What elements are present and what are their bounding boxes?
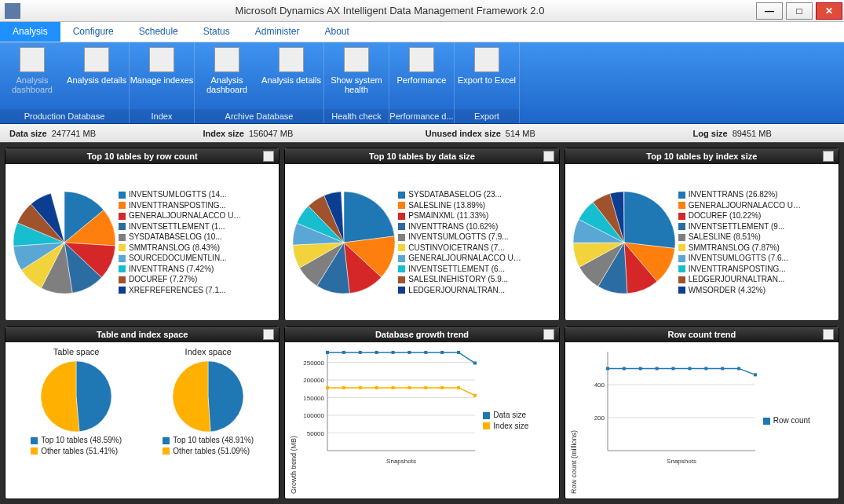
legend-item: SYSDATABASELOG (10... xyxy=(119,232,244,243)
panel-title: Top 10 tables by index size xyxy=(646,152,757,161)
legend-swatch xyxy=(483,412,490,419)
panel-db-growth: Database growth trend Growth trend (MB)5… xyxy=(284,326,559,499)
legend-item: INVENTTRANS (10.62%) xyxy=(398,221,524,232)
legend-swatch xyxy=(163,447,170,455)
legend-item: XREFREFERENCES (7.1... xyxy=(119,285,244,296)
panel-toggle[interactable] xyxy=(543,151,554,162)
legend-item: SMMTRANSLOG (8.43%) xyxy=(119,243,244,254)
menu-schedule[interactable]: Schedule xyxy=(126,22,191,42)
ribbon-label: Show system health xyxy=(324,75,389,94)
svg-rect-40 xyxy=(623,367,626,370)
panel-title: Table and index space xyxy=(97,330,188,339)
log-size-label: Log size xyxy=(693,129,728,138)
close-button[interactable]: ✕ xyxy=(816,2,842,20)
legend-swatch xyxy=(119,223,126,230)
menu-administer[interactable]: Administer xyxy=(243,22,312,42)
panel-title: Row count trend xyxy=(667,330,736,339)
legend-item: LEDGERJOURNALTRAN... xyxy=(678,274,804,285)
panel-toggle[interactable] xyxy=(543,329,554,340)
data-size-label: Data size xyxy=(9,129,47,138)
maximize-button[interactable]: □ xyxy=(786,2,813,20)
ribbon-analysis-dashboard[interactable]: Analysis dashboard xyxy=(195,42,259,109)
ribbon-performance[interactable]: Performance xyxy=(389,42,454,109)
ribbon-icon xyxy=(279,47,304,72)
chart-legend: Row count xyxy=(763,415,810,426)
panel-title: Top 10 tables by row count xyxy=(87,152,198,161)
legend-item: Index size xyxy=(483,421,528,432)
panel-top10-datasize: Top 10 tables by data size SYSDATABASELO… xyxy=(284,148,559,321)
ribbon-icon xyxy=(84,47,109,72)
legend-item: WMSORDER (4.32%) xyxy=(678,285,804,296)
log-size-value: 89451 MB xyxy=(733,129,772,138)
chart-legend: SYSDATABASELOG (23...SALESLINE (13.89%)P… xyxy=(398,189,524,295)
panel-rowcount-trend: Row count trend Row count (millions)2004… xyxy=(564,326,839,499)
legend-swatch xyxy=(398,287,405,294)
ribbon-icon xyxy=(474,47,499,72)
legend-item: SYSDATABASELOG (23... xyxy=(398,189,524,200)
ribbon-analysis-details[interactable]: Analysis details xyxy=(64,42,129,109)
panel-toggle[interactable] xyxy=(263,329,274,340)
svg-rect-26 xyxy=(392,386,395,389)
svg-text:150000: 150000 xyxy=(304,395,325,402)
menu-about[interactable]: About xyxy=(312,22,361,42)
legend-item: Top 10 tables (48.91%) xyxy=(163,435,254,446)
menu-analysis[interactable]: Analysis xyxy=(0,22,60,42)
svg-rect-44 xyxy=(688,367,691,370)
ribbon-icon xyxy=(214,47,239,72)
app-icon xyxy=(5,3,20,19)
table-space-subtitle: Table space xyxy=(53,347,100,356)
chart-legend: Top 10 tables (48.91%)Other tables (51.0… xyxy=(163,435,254,456)
legend-swatch xyxy=(678,192,685,199)
unused-index-size-label: Unused index size xyxy=(426,129,501,138)
minimize-button[interactable]: — xyxy=(756,2,783,20)
ribbon-group-label: Health check xyxy=(324,109,389,123)
legend-item: INVENTTRANSPOSTING... xyxy=(678,264,804,275)
legend-item: INVENTSETTLEMENT (1... xyxy=(119,221,244,232)
title-bar: Microsoft Dynamics AX Intelligent Data M… xyxy=(0,0,844,22)
panel-toggle[interactable] xyxy=(263,151,274,162)
svg-text:100000: 100000 xyxy=(304,412,325,419)
ribbon-label: Analysis dashboard xyxy=(0,75,64,94)
legend-swatch xyxy=(31,437,38,444)
legend-item: Other tables (51.09%) xyxy=(163,446,254,457)
svg-rect-21 xyxy=(473,362,477,365)
svg-rect-22 xyxy=(326,386,329,389)
legend-swatch xyxy=(398,213,405,220)
svg-rect-25 xyxy=(375,386,378,389)
legend-item: INVENTSUMLOGTTS (7.9... xyxy=(398,232,524,243)
panel-top10-rowcount: Top 10 tables by row count INVENTSUMLOGT… xyxy=(5,148,280,321)
legend-swatch xyxy=(678,244,685,251)
legend-item: SMMTRANSLOG (7.87%) xyxy=(678,243,804,254)
menu-status[interactable]: Status xyxy=(191,22,243,42)
index-size-label: Index size xyxy=(203,129,244,138)
legend-item: SALESLINE (8.51%) xyxy=(678,232,804,243)
ribbon-group-label: Archive Database xyxy=(195,109,323,123)
ribbon-group-label: Index xyxy=(130,109,194,123)
ribbon-export-to-excel[interactable]: Export to Excel xyxy=(455,42,519,109)
index-size-value: 156047 MB xyxy=(249,129,293,138)
y-axis-label: Row count (millions) xyxy=(570,347,578,494)
ribbon-show-system-health[interactable]: Show system health xyxy=(324,42,389,109)
svg-rect-19 xyxy=(441,351,444,354)
panel-title: Top 10 tables by data size xyxy=(369,152,475,161)
legend-item: SALESLINE (13.89%) xyxy=(398,200,524,211)
legend-swatch xyxy=(398,265,405,272)
chart-legend: INVENTTRANS (26.82%)GENERALJOURNALACCO U… xyxy=(678,189,804,295)
pie-chart xyxy=(10,188,119,297)
ribbon-analysis-details[interactable]: Analysis details xyxy=(259,42,323,109)
legend-item: INVENTSETTLEMENT (6... xyxy=(398,264,524,275)
svg-rect-13 xyxy=(342,351,345,354)
panel-table-index-space: Table and index space Table space Top 10… xyxy=(5,326,280,499)
svg-text:50000: 50000 xyxy=(307,430,325,437)
legend-swatch xyxy=(678,234,685,241)
ribbon-icon xyxy=(344,47,369,72)
panel-toggle[interactable] xyxy=(823,329,834,340)
legend-swatch xyxy=(119,287,126,294)
ribbon-manage-indexes[interactable]: Manage indexes xyxy=(130,42,194,109)
menu-configure[interactable]: Configure xyxy=(60,22,126,42)
panel-title: Database growth trend xyxy=(375,330,469,339)
window-title: Microsoft Dynamics AX Intelligent Data M… xyxy=(25,5,754,16)
panel-toggle[interactable] xyxy=(823,151,834,162)
legend-item: GENERALJOURNALACCO UNTENTRY... xyxy=(119,210,244,221)
svg-rect-27 xyxy=(408,386,411,389)
